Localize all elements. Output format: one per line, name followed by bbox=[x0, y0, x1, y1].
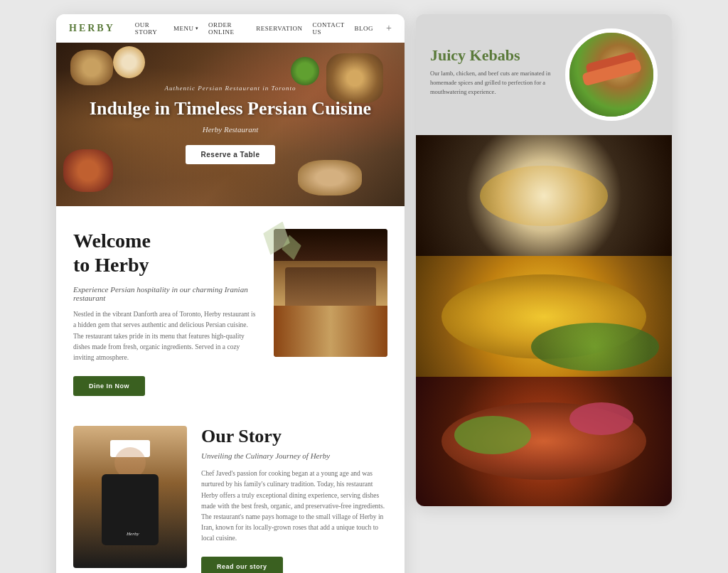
nav-contact[interactable]: CONTACT US bbox=[312, 21, 344, 36]
reserve-table-button[interactable]: Reserve a Table bbox=[186, 145, 276, 164]
welcome-text: Welcome to Herby Experience Persian hosp… bbox=[73, 229, 259, 396]
nav-order-online[interactable]: ORDER ONLINE bbox=[208, 21, 246, 36]
kebab-visual bbox=[569, 33, 653, 117]
story-text: Our Story Unveiling the Culinary Journey… bbox=[201, 426, 387, 573]
nav-plus-icon[interactable]: + bbox=[386, 23, 392, 34]
hero-content: Authentic Persian Restaurant in Toronto … bbox=[61, 85, 400, 164]
hero-food-1 bbox=[70, 50, 113, 85]
chef-visual: Herby bbox=[73, 426, 187, 568]
chef-badge: Herby bbox=[127, 531, 139, 537]
nav-our-story[interactable]: OUR STORY bbox=[135, 21, 164, 36]
welcome-description: Nestled in the vibrant Danforth area of … bbox=[73, 309, 259, 363]
nav-blog[interactable]: BLOG bbox=[355, 21, 374, 36]
dips-image bbox=[565, 149, 658, 242]
hero-food-2 bbox=[113, 46, 145, 78]
right-panel: Juicy Kebabs Our lamb, chicken, and beef… bbox=[416, 14, 672, 506]
hero-section: Authentic Persian Restaurant in Toronto … bbox=[56, 43, 405, 206]
chef-body: Herby bbox=[102, 474, 159, 545]
kebabs-description: Our lamb, chicken, and beef cuts are mar… bbox=[430, 69, 558, 96]
brand-logo: HERBY bbox=[69, 23, 115, 34]
nav-links: OUR STORY MENU ▾ ORDER ONLINE RESERVATIO… bbox=[135, 21, 373, 36]
welcome-title: Welcome to Herby bbox=[73, 229, 259, 277]
rice-visual bbox=[569, 274, 653, 358]
hero-restaurant-name: Herby Restaurant bbox=[90, 125, 371, 134]
kebabs-image bbox=[565, 28, 658, 121]
welcome-intro: Experience Persian hospitality in our ch… bbox=[73, 285, 259, 302]
read-story-button[interactable]: Read our story bbox=[201, 557, 283, 573]
dip-visual bbox=[569, 154, 653, 237]
welcome-section: Welcome to Herby Experience Persian hosp… bbox=[56, 206, 405, 419]
kebabs-title: Juicy Kebabs bbox=[430, 46, 558, 65]
story-subtitle: Unveiling the Culinary Journey of Herby bbox=[201, 451, 387, 460]
hero-subtitle: Authentic Persian Restaurant in Toronto bbox=[90, 85, 371, 92]
menu-item-stews: Aromatic Stews Meticulously crafted by s… bbox=[416, 377, 672, 506]
nav-reservation[interactable]: RESERVATION bbox=[256, 21, 302, 36]
hero-food-5 bbox=[298, 160, 362, 196]
story-title: Our Story bbox=[201, 426, 387, 447]
nav-menu[interactable]: MENU ▾ bbox=[173, 21, 198, 36]
menu-item-kebabs: Juicy Kebabs Our lamb, chicken, and beef… bbox=[416, 14, 672, 135]
hero-title: Indulge in Timeless Persian Cuisine bbox=[90, 97, 371, 119]
stews-image bbox=[565, 395, 658, 488]
story-description: Chef Javed's passion for cooking began a… bbox=[201, 468, 387, 544]
story-section: Herby Our Story Unveiling the Culinary J… bbox=[56, 419, 405, 573]
menu-item-dips: Savoury Dips Our hummus and yogurt dips … bbox=[416, 135, 672, 256]
chevron-down-icon: ▾ bbox=[196, 26, 199, 31]
kebabs-text: Juicy Kebabs Our lamb, chicken, and beef… bbox=[430, 46, 565, 104]
menu-item-rice: High Grade Persian Rice A fluffy texture… bbox=[416, 256, 672, 377]
left-panel: HERBY OUR STORY MENU ▾ ORDER ONLINE RESE… bbox=[56, 14, 405, 573]
dine-in-button[interactable]: Dine In Now bbox=[73, 376, 145, 396]
rice-image bbox=[565, 270, 658, 363]
navbar: HERBY OUR STORY MENU ▾ ORDER ONLINE RESE… bbox=[56, 14, 405, 43]
chef-figure: Herby bbox=[95, 447, 166, 568]
hero-food-6 bbox=[291, 57, 319, 85]
chef-image: Herby bbox=[73, 426, 187, 568]
stew-visual bbox=[569, 400, 653, 483]
